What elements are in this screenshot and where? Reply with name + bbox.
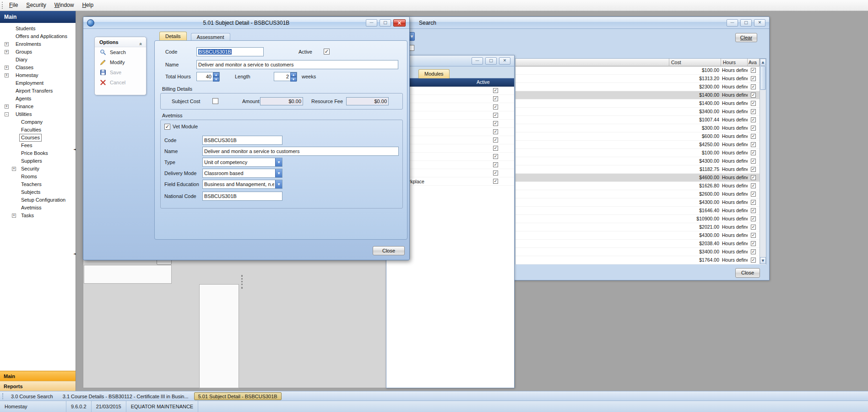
table-row[interactable]: $2600.00Hours defined b — [515, 190, 766, 198]
column-header-name[interactable] — [515, 59, 669, 66]
sidebar-item-groups[interactable]: +Groups — [0, 48, 76, 56]
available-checkbox[interactable] — [751, 200, 756, 205]
table-row[interactable]: $300.00Hours defined b — [515, 124, 766, 132]
expand-icon[interactable]: + — [12, 214, 16, 218]
active-checkbox[interactable] — [493, 137, 498, 143]
tab-modules[interactable]: Modules — [418, 69, 450, 78]
available-checkbox[interactable] — [751, 175, 756, 180]
sidebar-item-faculties[interactable]: Faculties — [0, 126, 76, 134]
avetmiss-code-input[interactable]: BSBCUS301B — [202, 136, 282, 145]
available-checkbox[interactable] — [751, 84, 756, 89]
active-checkbox[interactable] — [493, 96, 498, 101]
table-row[interactable]: $3400.00Hours defined b — [515, 108, 766, 116]
subject-cost-checkbox[interactable] — [212, 98, 218, 104]
taskbar-tab[interactable]: 3.0 Course Search — [7, 392, 57, 400]
active-checkbox[interactable] — [493, 154, 498, 159]
sidebar-item-diary[interactable]: Diary — [0, 56, 76, 64]
sidebar-item-offers-and-applications[interactable]: Offers and Applications — [0, 33, 76, 40]
maximize-button[interactable]: □ — [740, 19, 752, 27]
available-checkbox[interactable] — [751, 109, 756, 114]
close-button[interactable]: ✕ — [754, 19, 765, 27]
table-row[interactable]: $2021.00Hours defined b — [515, 223, 766, 231]
available-checkbox[interactable] — [751, 167, 756, 172]
tab-assessment[interactable]: Assessment — [191, 33, 230, 41]
available-checkbox[interactable] — [751, 192, 756, 197]
available-checkbox[interactable] — [751, 183, 756, 188]
table-row[interactable]: $4300.00Hours defined b — [515, 231, 766, 240]
available-checkbox[interactable] — [751, 126, 756, 131]
collapse-left-icon[interactable] — [73, 251, 76, 257]
field-education-select[interactable]: Business and Management, n.e. ▼ — [202, 180, 282, 189]
table-row[interactable]: $1764.00Hours defined b — [515, 256, 766, 264]
national-code-input[interactable]: BSBCUS301B — [202, 192, 282, 201]
minimize-button[interactable]: — — [366, 19, 377, 27]
sidebar-footer-reports[interactable]: Reports — [0, 381, 76, 391]
clear-button[interactable]: Clear — [735, 33, 757, 42]
search-option[interactable]: Search — [95, 47, 146, 57]
table-row[interactable]: $100.00Hours defined b — [515, 149, 766, 157]
sidebar-item-subjects[interactable]: Subjects — [0, 188, 76, 196]
table-row[interactable]: $1007.44Hours defined b — [515, 116, 766, 124]
active-checkbox[interactable] — [493, 129, 498, 134]
sidebar-item-avetmiss[interactable]: Avetmiss — [0, 204, 76, 212]
vet-module-checkbox[interactable] — [164, 124, 170, 130]
sidebar-item-teachers[interactable]: Teachers — [0, 181, 76, 188]
table-row[interactable]: $4300.00Hours defined b — [515, 198, 766, 207]
tab-details[interactable]: Details — [159, 32, 187, 41]
sidebar-footer-main[interactable]: Main — [0, 371, 76, 381]
sidebar-item-rooms[interactable]: Rooms — [0, 173, 76, 181]
available-checkbox[interactable] — [751, 134, 756, 139]
sidebar-item-setup-configuration[interactable]: Setup Configuration — [0, 196, 76, 204]
available-checkbox[interactable] — [751, 249, 756, 254]
cancel-option[interactable]: Cancel — [95, 77, 146, 88]
active-checkbox[interactable] — [493, 88, 498, 93]
available-checkbox[interactable] — [751, 258, 756, 263]
available-checkbox[interactable] — [751, 68, 756, 73]
table-row[interactable]: $3400.00Hours defined b — [515, 248, 766, 256]
expand-icon[interactable]: + — [5, 104, 9, 109]
collapse-left-icon[interactable] — [73, 147, 76, 153]
column-header-available[interactable]: Ava — [748, 59, 760, 66]
available-checkbox[interactable] — [751, 241, 756, 246]
active-checkbox[interactable] — [493, 179, 498, 184]
sidebar-item-students[interactable]: Students — [0, 25, 76, 33]
table-row[interactable]: $1313.20Hours defined b — [515, 75, 766, 83]
active-checkbox[interactable] — [324, 49, 330, 55]
table-row[interactable]: $1182.75Hours defined b — [515, 165, 766, 174]
active-checkbox[interactable] — [493, 170, 498, 176]
total-hours-input[interactable]: 40 ▲▼ — [196, 72, 220, 81]
available-checkbox[interactable] — [751, 142, 756, 147]
sidebar-item-suppliers[interactable]: Suppliers — [0, 157, 76, 165]
save-option[interactable]: Save — [95, 67, 146, 77]
available-checkbox[interactable] — [751, 117, 756, 122]
table-row[interactable]: $100.00Hours defined b — [515, 66, 766, 75]
table-row[interactable]: $1626.80Hours defined b — [515, 182, 766, 190]
amount-input[interactable]: $0.00 — [260, 97, 303, 105]
collapse-chevron-icon[interactable]: « — [136, 43, 146, 45]
active-checkbox[interactable] — [493, 113, 498, 118]
sidebar-item-airport-transfers[interactable]: Airport Transfers — [0, 87, 76, 95]
scroll-down-icon[interactable]: ▼ — [760, 257, 766, 264]
options-panel-header[interactable]: Options « — [95, 37, 146, 47]
sidebar-item-courses[interactable]: Courses — [0, 134, 76, 142]
expand-icon[interactable]: + — [5, 73, 9, 77]
sidebar-item-classes[interactable]: +Classes — [0, 64, 76, 71]
avetmiss-name-input[interactable]: Deliver and monitor a service to custome… — [202, 147, 399, 156]
menu-help[interactable]: Help — [78, 0, 98, 11]
scroll-thumb[interactable] — [760, 66, 766, 90]
resource-fee-input[interactable]: $0.00 — [346, 97, 389, 105]
dropdown-arrow-icon[interactable]: ▼ — [275, 180, 282, 188]
column-header-cost[interactable]: Cost — [669, 59, 721, 66]
spin-down-icon[interactable]: ▼ — [290, 77, 297, 82]
available-checkbox[interactable] — [751, 76, 756, 81]
active-checkbox[interactable] — [493, 121, 498, 126]
dropdown-arrow-icon[interactable]: ▼ — [275, 169, 282, 177]
sidebar-item-finance[interactable]: +Finance — [0, 103, 76, 110]
menu-window[interactable]: Window — [50, 0, 78, 11]
available-checkbox[interactable] — [751, 150, 756, 155]
table-row[interactable]: $1400.00Hours defined b — [515, 99, 766, 108]
taskbar-tab[interactable]: 5.01 Subject Detail - BSBCUS301B — [194, 392, 282, 400]
active-checkbox[interactable] — [493, 104, 498, 110]
column-header-hours[interactable]: Hours — [721, 59, 748, 66]
taskbar-tab[interactable]: 3.1 Course Details - BSB30112 - Certific… — [59, 392, 193, 400]
